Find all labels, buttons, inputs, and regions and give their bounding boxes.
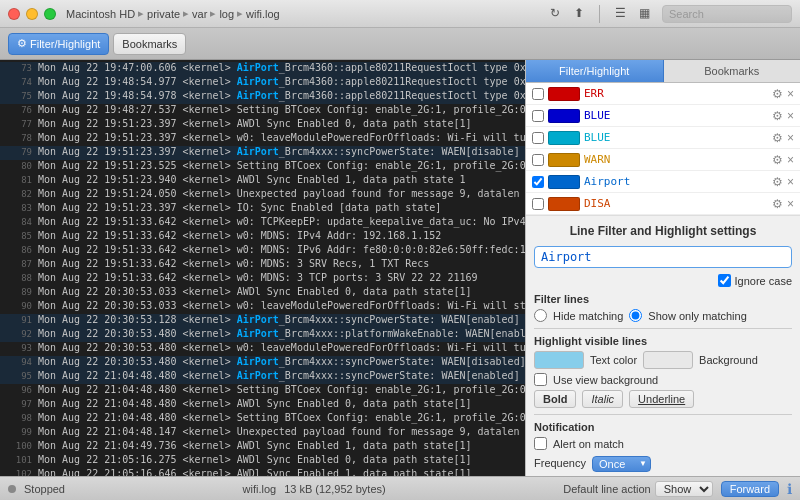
text-color-swatch[interactable] bbox=[534, 351, 584, 369]
path-private: private bbox=[147, 8, 180, 20]
filter-gear-icon[interactable]: ⚙ bbox=[772, 87, 783, 101]
log-line-number: 100 bbox=[4, 441, 32, 451]
filter-gear-icon[interactable]: ⚙ bbox=[772, 197, 783, 211]
log-line: 89Mon Aug 22 20:30:53.033 <kernel> AWDl … bbox=[0, 286, 525, 300]
filter-checkbox[interactable] bbox=[532, 154, 544, 166]
log-line-text: Mon Aug 22 19:51:23.397 <kernel> AirPort… bbox=[38, 146, 520, 157]
filter-gear-icon[interactable]: ⚙ bbox=[772, 131, 783, 145]
filter-close-icon[interactable]: × bbox=[787, 87, 794, 101]
panel-tabs: Filter/Highlight Bookmarks bbox=[526, 60, 800, 83]
text-color-label: Text color bbox=[590, 354, 637, 366]
status-dot bbox=[8, 485, 16, 493]
use-view-bg-row: Use view background bbox=[534, 373, 792, 386]
log-scrollable[interactable]: 73Mon Aug 22 19:47:00.606 <kernel> AirPo… bbox=[0, 60, 525, 476]
tab-filter-highlight[interactable]: Filter/Highlight bbox=[526, 60, 664, 82]
log-line: 78Mon Aug 22 19:51:23.397 <kernel> w0: l… bbox=[0, 132, 525, 146]
log-line-text: Mon Aug 22 19:51:24.050 <kernel> Unexpec… bbox=[38, 188, 525, 199]
bold-button[interactable]: Bold bbox=[534, 390, 576, 408]
path-log: log bbox=[219, 8, 234, 20]
filter-gear-icon[interactable]: ⚙ bbox=[772, 109, 783, 123]
log-lines: 73Mon Aug 22 19:47:00.606 <kernel> AirPo… bbox=[0, 60, 525, 476]
show-select[interactable]: Show bbox=[655, 481, 713, 497]
share-icon[interactable]: ⬆ bbox=[571, 5, 587, 21]
minimize-button[interactable] bbox=[26, 8, 38, 20]
filter-color-box bbox=[548, 87, 580, 101]
notification-section: Notification Alert on match Frequency On… bbox=[534, 421, 792, 472]
filter-item: BLUE⚙× bbox=[526, 127, 800, 149]
filter-list: ERR⚙×BLUE⚙×BLUE⚙×WARN⚙×Airport⚙×DISA⚙× bbox=[526, 83, 800, 216]
log-line-number: 98 bbox=[4, 413, 32, 423]
info-icon: ℹ bbox=[787, 481, 792, 497]
filter-item: ERR⚙× bbox=[526, 83, 800, 105]
search-bar[interactable]: Search bbox=[662, 5, 792, 23]
refresh-icon[interactable]: ↻ bbox=[547, 5, 563, 21]
log-line-number: 80 bbox=[4, 161, 32, 171]
layout-icon[interactable]: ▦ bbox=[636, 5, 652, 21]
log-line-number: 73 bbox=[4, 63, 32, 73]
log-line: 96Mon Aug 22 21:04:48.480 <kernel> Setti… bbox=[0, 384, 525, 398]
log-line-number: 99 bbox=[4, 427, 32, 437]
filter-checkbox[interactable] bbox=[532, 198, 544, 210]
log-line: 101Mon Aug 22 21:05:16.275 <kernel> AWDl… bbox=[0, 454, 525, 468]
log-line: 79Mon Aug 22 19:51:23.397 <kernel> AirPo… bbox=[0, 146, 525, 160]
log-line-text: Mon Aug 22 19:51:33.642 <kernel> w0: TCP… bbox=[38, 216, 525, 227]
settings-panel: Line Filter and Highlight settings Ignor… bbox=[526, 216, 800, 476]
filter-search-input[interactable] bbox=[534, 246, 792, 268]
bookmarks-button[interactable]: Bookmarks bbox=[113, 33, 186, 55]
filter-checkbox[interactable] bbox=[532, 88, 544, 100]
use-view-bg-checkbox[interactable] bbox=[534, 373, 547, 386]
log-line-text: Mon Aug 22 19:47:00.606 <kernel> AirPort… bbox=[38, 62, 525, 73]
filter-checkbox[interactable] bbox=[532, 176, 544, 188]
filter-highlight-button[interactable]: ⚙ Filter/Highlight bbox=[8, 33, 109, 55]
log-line-number: 87 bbox=[4, 259, 32, 269]
filter-gear-icon[interactable]: ⚙ bbox=[772, 153, 783, 167]
hide-matching-radio[interactable] bbox=[534, 309, 547, 322]
show-only-matching-radio[interactable] bbox=[629, 309, 642, 322]
filter-checkbox[interactable] bbox=[532, 110, 544, 122]
log-line-number: 82 bbox=[4, 189, 32, 199]
maximize-button[interactable] bbox=[44, 8, 56, 20]
italic-button[interactable]: Italic bbox=[582, 390, 623, 408]
filter-icon: ⚙ bbox=[17, 37, 27, 50]
filter-close-icon[interactable]: × bbox=[787, 175, 794, 189]
log-line: 98Mon Aug 22 21:04:48.480 <kernel> Setti… bbox=[0, 412, 525, 426]
format-row: Bold Italic Underline bbox=[534, 390, 792, 408]
log-line: 82Mon Aug 22 19:51:24.050 <kernel> Unexp… bbox=[0, 188, 525, 202]
ignore-case-checkbox[interactable] bbox=[718, 274, 731, 287]
ignore-case-row: Ignore case bbox=[534, 274, 792, 287]
tab-bookmarks[interactable]: Bookmarks bbox=[664, 60, 801, 82]
log-line: 75Mon Aug 22 19:48:54.978 <kernel> AirPo… bbox=[0, 90, 525, 104]
path-var: var bbox=[192, 8, 207, 20]
filter-highlight-label: Filter/Highlight bbox=[30, 38, 100, 50]
log-line-number: 96 bbox=[4, 385, 32, 395]
log-line-number: 101 bbox=[4, 455, 32, 465]
filter-close-icon[interactable]: × bbox=[787, 153, 794, 167]
path-macintosh: Macintosh HD bbox=[66, 8, 135, 20]
log-area: 73Mon Aug 22 19:47:00.606 <kernel> AirPo… bbox=[0, 60, 525, 476]
sidebar-icon[interactable]: ☰ bbox=[612, 5, 628, 21]
filter-color-box bbox=[548, 153, 580, 167]
filter-text: ERR bbox=[584, 87, 766, 100]
log-line: 99Mon Aug 22 21:04:48.147 <kernel> Unexp… bbox=[0, 426, 525, 440]
background-swatch[interactable] bbox=[643, 351, 693, 369]
hide-matching-label: Hide matching bbox=[553, 310, 623, 322]
hide-matching-row: Hide matching Show only matching bbox=[534, 309, 792, 322]
log-line: 94Mon Aug 22 20:30:53.480 <kernel> AirPo… bbox=[0, 356, 525, 370]
log-line: 85Mon Aug 22 19:51:33.642 <kernel> w0: M… bbox=[0, 230, 525, 244]
toolbar: ⚙ Filter/Highlight Bookmarks bbox=[0, 28, 800, 60]
filter-color-box bbox=[548, 175, 580, 189]
close-button[interactable] bbox=[8, 8, 20, 20]
titlebar: Macintosh HD ▸ private ▸ var ▸ log ▸ wif… bbox=[0, 0, 800, 28]
filter-close-icon[interactable]: × bbox=[787, 131, 794, 145]
log-line: 84Mon Aug 22 19:51:33.642 <kernel> w0: T… bbox=[0, 216, 525, 230]
underline-button[interactable]: Underline bbox=[629, 390, 694, 408]
frequency-select[interactable]: Once Always Never bbox=[592, 456, 651, 472]
filter-close-icon[interactable]: × bbox=[787, 109, 794, 123]
filter-gear-icon[interactable]: ⚙ bbox=[772, 175, 783, 189]
alert-on-match-label: Alert on match bbox=[553, 438, 624, 450]
alert-on-match-checkbox[interactable] bbox=[534, 437, 547, 450]
filter-close-icon[interactable]: × bbox=[787, 197, 794, 211]
filter-checkbox[interactable] bbox=[532, 132, 544, 144]
forward-button[interactable]: Forward bbox=[721, 481, 779, 497]
log-line-number: 77 bbox=[4, 119, 32, 129]
